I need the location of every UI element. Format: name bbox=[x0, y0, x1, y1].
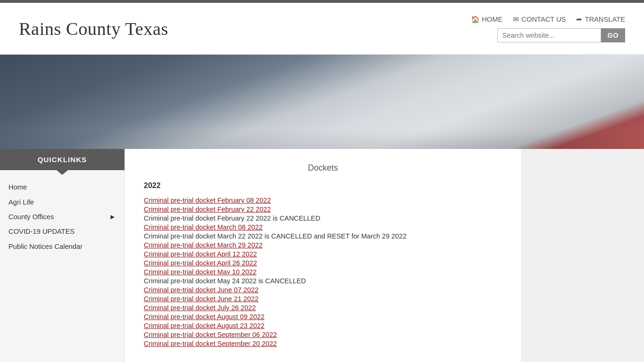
sidebar-item-agrilife[interactable]: Agri Life bbox=[0, 195, 124, 210]
docket-link-item[interactable]: Criminal pre-trial docket April 12 2022 bbox=[144, 250, 502, 258]
nav-contact[interactable]: ✉ CONTACT US bbox=[513, 15, 566, 23]
content-title: Dockets bbox=[144, 163, 502, 173]
sidebar: QUICKLINKS Home Agri Life County Offices… bbox=[0, 149, 125, 362]
sidebar-link-county-offices[interactable]: County Offices bbox=[8, 213, 54, 221]
docket-link-item[interactable]: Criminal pre-trial docket September 20 2… bbox=[144, 340, 502, 347]
sidebar-item-home[interactable]: Home bbox=[0, 180, 124, 195]
content-area: Dockets 2022 Criminal pre-trial docket F… bbox=[125, 149, 521, 362]
email-icon: ✉ bbox=[513, 15, 519, 23]
sidebar-nav: Home Agri Life County Offices ► COVID-19… bbox=[0, 173, 124, 254]
main-layout: QUICKLINKS Home Agri Life County Offices… bbox=[0, 149, 644, 362]
docket-list: Criminal pre-trial docket February 08 20… bbox=[144, 197, 502, 347]
docket-link-item[interactable]: Criminal pre-trial docket September 06 2… bbox=[144, 331, 502, 338]
nav-contact-label: CONTACT US bbox=[521, 16, 566, 23]
docket-link-item[interactable]: Criminal pre-trial docket August 23 2022 bbox=[144, 322, 502, 329]
hero-banner bbox=[0, 55, 644, 149]
nav-translate[interactable]: ➦ TRANSLATE bbox=[576, 15, 625, 23]
docket-link-item[interactable]: Criminal pre-trial docket March 29 2022 bbox=[144, 241, 502, 249]
header: Rains County Texas 🏠 HOME ✉ CONTACT US ➦… bbox=[0, 3, 644, 55]
docket-link-item[interactable]: Criminal pre-trial docket August 09 2022 bbox=[144, 313, 502, 321]
top-nav: 🏠 HOME ✉ CONTACT US ➦ TRANSLATE bbox=[471, 15, 625, 24]
search-bar: GO bbox=[497, 28, 625, 42]
sidebar-link-public-notices[interactable]: Public Notices Calendar bbox=[8, 243, 83, 250]
quicklinks-header: QUICKLINKS bbox=[0, 149, 124, 170]
sidebar-item-county-offices-row: County Offices ► bbox=[8, 213, 116, 221]
docket-link-item[interactable]: Criminal pre-trial docket June 21 2022 bbox=[144, 295, 502, 303]
nav-home[interactable]: 🏠 HOME bbox=[471, 15, 503, 24]
sidebar-item-county-offices[interactable]: County Offices ► bbox=[0, 210, 124, 224]
docket-link-item[interactable]: Criminal pre-trial docket April 26 2022 bbox=[144, 259, 502, 267]
sidebar-link-covid[interactable]: COVID-19 UPDATES bbox=[8, 228, 74, 235]
right-panel bbox=[521, 149, 644, 362]
docket-text-item: Criminal pre-trial docket March 22 2022 … bbox=[144, 232, 502, 240]
sidebar-link-home[interactable]: Home bbox=[8, 183, 27, 191]
header-right: 🏠 HOME ✉ CONTACT US ➦ TRANSLATE GO bbox=[471, 15, 625, 42]
docket-link-item[interactable]: Criminal pre-trial docket June 07 2022 bbox=[144, 286, 502, 294]
docket-link-item[interactable]: Criminal pre-trial docket February 08 20… bbox=[144, 197, 502, 204]
home-icon: 🏠 bbox=[471, 15, 479, 24]
docket-link-item[interactable]: Criminal pre-trial docket July 26 2022 bbox=[144, 304, 502, 312]
site-title: Rains County Texas bbox=[19, 18, 168, 39]
year-heading: 2022 bbox=[144, 181, 502, 190]
docket-text-item: Criminal pre-trial docket May 24 2022 is… bbox=[144, 277, 502, 285]
search-button[interactable]: GO bbox=[601, 28, 625, 42]
nav-translate-label: TRANSLATE bbox=[585, 16, 625, 23]
docket-link-item[interactable]: Criminal pre-trial docket May 10 2022 bbox=[144, 268, 502, 276]
translate-icon: ➦ bbox=[576, 15, 582, 23]
sidebar-item-public-notices[interactable]: Public Notices Calendar bbox=[0, 239, 124, 254]
chevron-right-icon: ► bbox=[109, 213, 116, 221]
docket-text-item: Criminal pre-trial docket February 22 20… bbox=[144, 214, 502, 222]
docket-link-item[interactable]: Criminal pre-trial docket February 22 20… bbox=[144, 206, 502, 213]
search-input[interactable] bbox=[497, 28, 601, 42]
docket-link-item[interactable]: Criminal pre-trial docket March 08 2022 bbox=[144, 223, 502, 231]
sidebar-link-agrilife[interactable]: Agri Life bbox=[8, 198, 34, 206]
nav-home-label: HOME bbox=[482, 16, 503, 23]
sidebar-item-covid[interactable]: COVID-19 UPDATES bbox=[0, 224, 124, 239]
